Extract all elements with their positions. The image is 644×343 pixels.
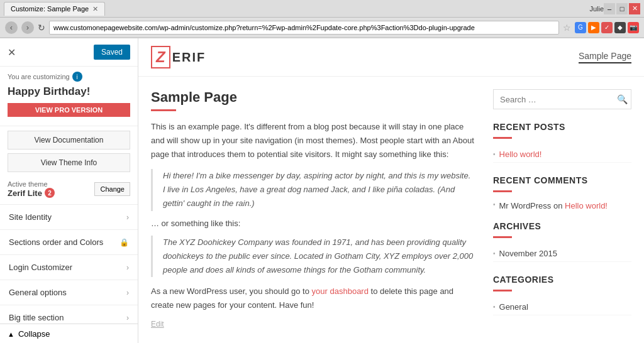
sidebar-item-big-title[interactable]: Big title section › [0,305,138,324]
chevron-icon: › [126,213,129,222]
bullet-icon: • [493,151,496,158]
categories-title: CATEGORIES [493,275,631,285]
saved-button[interactable]: Saved [94,45,130,60]
sample-page-nav-link[interactable]: Sample Page [579,51,631,63]
chevron-icon-3: › [126,288,129,297]
or-text: … or something like this: [151,219,474,228]
sidebar-menu: Site Identity › Sections order and Color… [0,205,138,324]
search-input[interactable] [494,90,612,109]
browser-titlebar: Customize: Sample Page ✕ Julie – □ ✕ [0,0,644,18]
list-item: • November 2015 [493,246,631,262]
bullet-icon-2: • [493,200,496,212]
edit-link[interactable]: Edit [151,320,474,329]
main-column: Sample Page This is an example page. It'… [151,89,493,331]
logo-z: Z [151,46,170,68]
body-para-1: This is an example page. It's different … [151,120,474,161]
collapse-label: Collapse [18,329,50,339]
logo-text: ERIF [172,50,206,65]
widget-sidebar: 🔍 RECENT POSTS • Hello world! RECENT COM… [493,89,631,331]
main-content: Z ERIF Sample Page Sample Page This is a… [138,38,644,343]
window-controls: – □ ✕ [604,3,640,14]
theme-badge: 2 [45,188,55,198]
info-icon[interactable]: i [72,72,82,82]
archives-list: • November 2015 [493,246,631,262]
recent-comment-item: • Mr WordPress on Hello world! [493,200,631,212]
blockquote-1: Hi there! I'm a bike messenger by day, a… [151,169,474,210]
title-underline [151,109,176,111]
address-bar[interactable] [49,21,559,35]
chevron-icon-2: › [126,263,129,272]
ext-icon-2: ▶ [588,22,599,33]
sidebar-customizing-label: You are customizing i [0,67,138,84]
theme-name: Zerif Lite 2 [8,188,55,198]
close-button[interactable]: ✕ [629,3,640,14]
browser-extensions: G ▶ ✓ ◆ 📷 [575,22,639,33]
sidebar-close-button[interactable]: ✕ [8,46,16,58]
recent-comments-underline [493,190,512,192]
sidebar-header: ✕ Saved [0,38,138,67]
page-title: Sample Page [151,89,474,106]
site-header: Z ERIF Sample Page [138,38,644,77]
view-documentation-button[interactable]: View Documentation [8,131,130,150]
browser-chrome: Customize: Sample Page ✕ Julie – □ ✕ ‹ ›… [0,0,644,38]
search-icon[interactable]: 🔍 [612,90,633,109]
search-widget: 🔍 [493,89,631,109]
ext-icon-3: ✓ [601,22,613,33]
categories-list: • General [493,299,631,315]
categories-underline [493,290,512,291]
user-label: Julie [589,5,604,13]
recent-posts-underline [493,137,512,139]
bullet-icon-4: • [493,303,496,310]
maximize-button[interactable]: □ [616,3,628,14]
body-para-2: As a new WordPress user, you should go t… [151,285,474,312]
sidebar-item-general-options[interactable]: General options › [0,280,138,305]
lock-icon: 🔒 [119,238,129,247]
sidebar-site-title: Happy Birthday! [0,84,138,103]
blockquote-2: The XYZ Doohickey Company was founded in… [151,236,474,277]
recent-posts-title: RECENT POSTS [493,122,631,132]
view-theme-info-button[interactable]: View Theme Info [8,153,130,172]
ext-icon-4: ◆ [614,22,626,33]
forward-button[interactable]: › [21,21,34,34]
recent-posts-list: • Hello world! [493,146,631,163]
reload-button[interactable]: ↻ [38,23,45,33]
app-container: ✕ Saved You are customizing i Happy Birt… [0,38,644,343]
back-button[interactable]: ‹ [5,21,18,34]
archives-title: ARCHIVES [493,221,631,231]
browser-tab: Customize: Sample Page ✕ [4,2,105,16]
bullet-icon-3: • [493,250,496,257]
dashboard-link[interactable]: your dashboard [312,286,369,296]
ext-icon-5: 📷 [628,22,639,33]
comment-post-link[interactable]: Hello world! [565,201,608,210]
tab-title: Customize: Sample Page [11,5,89,13]
minimize-button[interactable]: – [604,3,615,14]
sidebar-item-sections-order[interactable]: Sections order and Colors 🔒 [0,230,138,255]
chevron-icon-4: › [126,313,129,322]
recent-comments-title: RECENT COMMENTS [493,175,631,185]
sidebar: ✕ Saved You are customizing i Happy Birt… [0,38,138,343]
active-theme-section: Active theme Zerif Lite 2 Change [0,174,138,205]
content-area: Sample Page This is an example page. It'… [138,77,644,343]
collapse-icon: ▲ [8,330,14,338]
archives-underline [493,236,512,238]
sidebar-item-site-identity[interactable]: Site Identity › [0,205,138,230]
sidebar-collapse[interactable]: ▲ Collapse [0,324,138,343]
bookmark-icon[interactable]: ☆ [563,23,571,33]
comment-text: Mr WordPress on Hello world! [499,200,608,212]
recent-post-link[interactable]: Hello world! [499,150,542,159]
view-pro-button[interactable]: VIEW PRO VERSION [8,103,130,117]
list-item: • General [493,299,631,315]
ext-icon-1: G [575,22,586,33]
active-theme-label: Active theme [8,180,55,188]
change-theme-button[interactable]: Change [94,182,130,196]
sidebar-item-login-customizer[interactable]: Login Customizer › [0,255,138,280]
browser-controls: ‹ › ↻ ☆ G ▶ ✓ ◆ 📷 [0,18,644,38]
list-item: • Hello world! [493,146,631,163]
site-logo: Z ERIF [151,46,206,68]
tab-close-icon[interactable]: ✕ [92,5,98,13]
divider-1 [0,126,138,126]
